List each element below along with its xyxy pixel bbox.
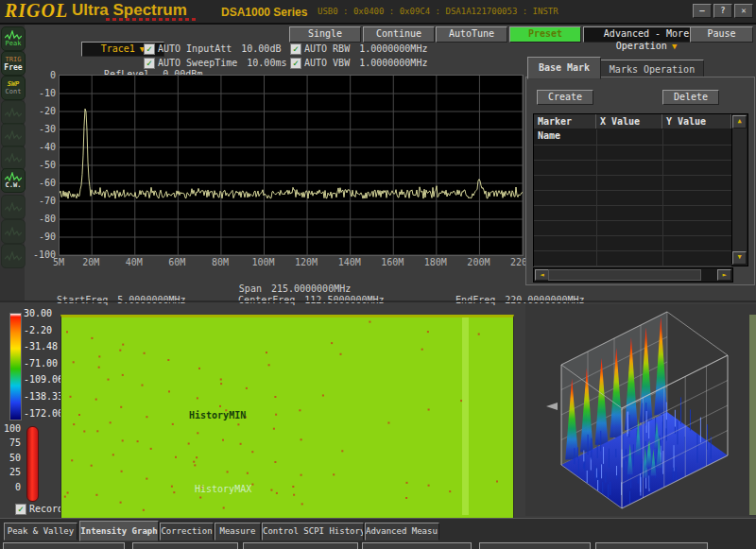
sidebar-item-dim-4[interactable] [1,195,26,219]
auto-label: AUTO InputAtt [158,43,232,54]
table-row[interactable] [534,145,731,161]
column-header-x-value[interactable]: X Value [596,114,662,129]
autotune-button[interactable]: AutoTune [436,26,507,43]
auto-label: AUTO VBW [304,58,350,68]
auto-value: 10.00ms [247,58,286,68]
scrollbar-thumb[interactable] [548,269,701,281]
recorder-checkbox[interactable]: ✓ [15,504,26,515]
create-marker-button[interactable]: Create [537,90,593,105]
scroll-right-icon[interactable]: ► [717,269,731,281]
sidebar-label: Free [4,63,22,72]
scroll-up-icon[interactable]: ▲ [732,115,747,129]
sidebar-label: Cont [6,88,22,95]
spectrum-trace-svg [60,76,523,255]
checkbox-label: AUTO InputAtt10.00dB [158,43,281,54]
y-tick-label: -50 [30,160,56,170]
column-divider [596,160,597,175]
sidebar-item-dim-3[interactable] [1,146,26,170]
scroll-down-icon[interactable]: ▼ [732,251,747,265]
sidebar-label: Peak [6,40,22,47]
tab-measure[interactable]: Measure [215,523,261,540]
tab-control-scpi-history[interactable]: Control SCPI History [262,523,364,540]
checkbox-auto-rbw[interactable]: ✓ [290,43,301,55]
table-row[interactable] [534,250,731,266]
sidebar-item-swp-cont[interactable]: SWPCont [1,76,26,100]
pause-button[interactable]: Pause [690,26,753,43]
column-divider [596,205,597,220]
column-divider [596,175,597,190]
checkbox-auto-sweeptime[interactable]: ✓ [144,58,155,69]
x-tick-label: 5M [53,257,64,267]
table-row[interactable] [534,175,731,191]
title-bar: RIGOL Ultra Spectrum DSA1000 Series USB0… [0,0,756,25]
sidebar-item-dim-1[interactable] [1,100,26,125]
tab-intensity-graph[interactable]: Intensity Graph [79,521,159,541]
tab-correction[interactable]: Correction [160,523,214,540]
tab-peak-valley[interactable]: Peak & Valley [4,523,77,540]
axis-arrow-icon [546,403,558,410]
x-tick-label: 160M [381,257,404,267]
close-button[interactable]: ✕ [734,4,753,18]
tab-base-mark[interactable]: Base Mark [527,57,601,79]
column-divider [662,175,663,190]
y-tick-label: -10 [30,88,56,98]
table-row[interactable] [534,190,731,206]
sidebar-item-dim-2[interactable] [1,123,26,147]
partial-button[interactable] [479,542,591,549]
table-row[interactable] [534,235,731,251]
table-row[interactable] [534,205,731,221]
spectrum-plot [59,75,524,256]
column-divider [596,190,597,205]
column-divider [662,220,663,235]
waveform-icon [5,251,22,261]
app-title: Ultra Spectrum [72,1,187,20]
sidebar-item-dim-5[interactable] [1,219,26,244]
column-divider [596,129,597,145]
x-tick-label: 80M [212,257,229,267]
table-row[interactable] [534,220,731,236]
scroll-left-icon[interactable]: ◄ [535,269,549,281]
partial-button[interactable] [595,542,708,549]
single-button[interactable]: Single [289,26,361,43]
y-tick-label: -40 [30,142,56,152]
y-tick-label: -100 [30,249,56,260]
partial-button[interactable] [3,542,125,549]
table-row[interactable] [534,160,731,176]
column-header-marker-name[interactable]: Marker Name [534,114,596,129]
sidebar-label: C.W. [6,181,22,189]
auto-label: AUTO SweepTime [158,58,237,68]
sidebar-item-dim-6[interactable] [1,244,26,268]
intensity-slider[interactable] [26,426,39,502]
sidebar-item-trig-free[interactable]: TRIGFree [1,51,26,76]
sidebar-item-cw[interactable]: C.W. [1,168,26,193]
column-divider [596,145,597,160]
trace-selector-value: Trace1 [101,43,135,54]
vertical-scrollbar[interactable] [731,114,747,264]
colorbar-label: -71.00 [24,358,58,369]
waveform-icon [5,172,22,181]
tab-advanced-measure[interactable]: Advanced Measure [365,523,439,540]
checkbox-auto-vbw[interactable]: ✓ [290,58,301,69]
table-row[interactable] [534,129,731,146]
horizontal-scrollbar[interactable]: ◄ ► [533,267,733,283]
y-tick-label: -20 [30,106,56,116]
delete-marker-button[interactable]: Delete [662,90,719,105]
logo-subtext-decoration [106,18,197,21]
continue-button[interactable]: Continue [363,26,435,43]
app-window: RIGOL Ultra Spectrum DSA1000 Series USB0… [0,0,756,549]
y-tick-label: 0 [30,70,56,80]
partial-button[interactable] [362,542,472,549]
colorbar-label: 30.00 [24,308,52,318]
help-button[interactable]: ? [713,4,732,18]
column-header-y-value[interactable]: Y Value [662,114,731,129]
history-min-label: HistoryMIN [189,410,246,420]
checkbox-auto-inputatt[interactable]: ✓ [144,43,155,55]
partial-button[interactable] [243,542,358,549]
column-divider [662,250,663,266]
partial-button[interactable] [132,542,238,549]
sidebar-item-peak[interactable]: Peak [1,26,26,51]
column-divider [662,160,663,175]
x-tick-label: 140M [338,257,361,267]
minimize-button[interactable]: – [693,4,712,18]
preset-button[interactable]: Preset [509,26,581,43]
